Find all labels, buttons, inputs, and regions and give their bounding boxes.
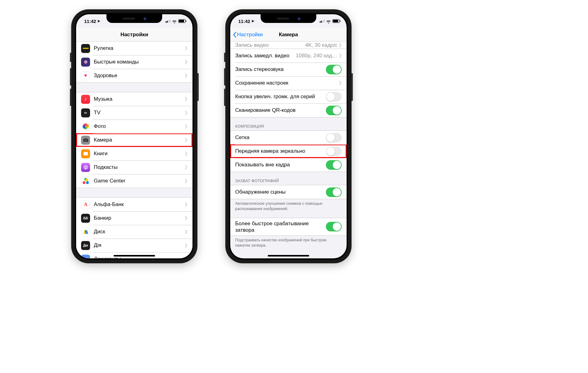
- back-button[interactable]: Настройки: [233, 28, 263, 41]
- chevron-right-icon: [185, 216, 188, 220]
- row-gamecenter[interactable]: Game Center: [76, 174, 192, 188]
- section-footer-scene: Автоматическое улучшение снимков с помощ…: [230, 199, 347, 213]
- row-scene-detection[interactable]: Обнаружение сцены: [230, 185, 347, 199]
- chevron-right-icon: [185, 60, 188, 64]
- row-label: Диск: [94, 229, 185, 235]
- row-label: Сохранение настроек: [235, 80, 339, 86]
- nav-title: Камера: [279, 32, 298, 38]
- row-detail: 4K, 30 кадр/с: [305, 42, 337, 48]
- wifi-icon: [326, 20, 331, 23]
- chevron-right-icon: [185, 202, 188, 207]
- svg-rect-9: [85, 138, 87, 139]
- toggle-stereo[interactable]: [326, 65, 342, 74]
- chevron-right-icon: [185, 73, 188, 78]
- row-detail: 1080p, 240 кад…: [296, 53, 337, 59]
- chevron-right-icon: [339, 43, 342, 47]
- health-icon: ♥: [81, 71, 90, 80]
- ruler-icon: [81, 44, 90, 53]
- shortcuts-icon: [81, 58, 90, 67]
- row-podcasts[interactable]: Подкасты: [76, 160, 192, 174]
- bankir-icon: ББ: [81, 214, 90, 223]
- location-icon: ➤: [251, 19, 254, 23]
- home-indicator: [114, 255, 155, 257]
- row-label: TV: [94, 110, 185, 116]
- row-label: Фото: [94, 123, 185, 129]
- drive-icon: [81, 227, 90, 236]
- row-books[interactable]: Книги: [76, 147, 192, 160]
- music-icon: ♪: [81, 95, 90, 104]
- svg-rect-15: [84, 257, 88, 258]
- row-label: Дія: [94, 242, 185, 248]
- row-camera[interactable]: Камера: [76, 133, 192, 147]
- row-photos[interactable]: Фото: [76, 120, 192, 133]
- settings-list[interactable]: Рулетка Быстрые команды ♥ Здоровье: [76, 42, 192, 258]
- toggle-faster-shutter[interactable]: [326, 222, 342, 231]
- podcasts-icon: [81, 163, 90, 172]
- toggle-mirror-front[interactable]: [326, 147, 342, 156]
- toggle-outside-frame[interactable]: [326, 160, 342, 170]
- row-bankir[interactable]: ББ Банкир: [76, 211, 192, 225]
- row-volume-burst[interactable]: Кнопка увелич. громк. для серий: [230, 90, 347, 103]
- row-preserve-settings[interactable]: Сохранение настроек: [230, 76, 347, 90]
- books-icon: [81, 149, 90, 158]
- section-header-capture: Захват фотографий: [230, 172, 347, 185]
- row-label: Запись стереозвука: [235, 66, 326, 72]
- chevron-right-icon: [185, 230, 188, 234]
- notch: [106, 14, 162, 23]
- row-health[interactable]: ♥ Здоровье: [76, 69, 192, 82]
- row-label: Книги: [94, 151, 185, 157]
- chevron-right-icon: [185, 46, 188, 50]
- chevron-left-icon: [233, 32, 236, 38]
- row-label: Более быстрое срабатывание затвора: [235, 220, 326, 234]
- tv-icon: tv: [81, 108, 90, 117]
- camera-settings[interactable]: Запись видео 4K, 30 кадр/с Запись замедл…: [230, 42, 347, 258]
- toggle-qr[interactable]: [326, 106, 342, 115]
- row-qr[interactable]: Сканирование QR-кодов: [230, 103, 347, 117]
- signal-icon: [166, 20, 171, 23]
- toggle-volume-burst[interactable]: [326, 92, 342, 102]
- row-mirror-front[interactable]: Передняя камера зеркально: [230, 144, 347, 158]
- chevron-right-icon: [185, 243, 188, 248]
- row-record-video[interactable]: Запись видео 4K, 30 кадр/с: [230, 42, 347, 49]
- row-music[interactable]: ♪ Музыка: [76, 92, 192, 106]
- row-label: Подкасты: [94, 164, 185, 170]
- row-diia[interactable]: Дія Дія: [76, 239, 192, 252]
- row-alfabank[interactable]: A Альфа-Банк: [76, 198, 192, 211]
- row-label: Передняя камера зеркально: [235, 148, 326, 154]
- row-label: Обнаружение сцены: [235, 189, 326, 195]
- wifi-icon: [172, 20, 177, 23]
- row-faster-shutter[interactable]: Более быстрое срабатывание затвора: [230, 218, 347, 235]
- chevron-right-icon: [339, 54, 342, 58]
- chevron-right-icon: [185, 138, 188, 142]
- nav-title: Настройки: [120, 32, 148, 38]
- toggle-scene-detection[interactable]: [326, 187, 342, 197]
- location-icon: ➤: [97, 19, 100, 23]
- signal-icon: [320, 20, 325, 23]
- row-slomo[interactable]: Запись замедл. видео 1080p, 240 кад…: [230, 49, 347, 63]
- row-label: Камера: [94, 137, 185, 143]
- row-drive[interactable]: Диск: [76, 225, 192, 239]
- row-ruler[interactable]: Рулетка: [76, 42, 192, 55]
- toggle-grid[interactable]: [326, 133, 342, 143]
- row-tv[interactable]: tv TV: [76, 106, 192, 120]
- svg-point-11: [85, 140, 86, 141]
- row-stereo[interactable]: Запись стереозвука: [230, 63, 347, 76]
- camera-icon: [81, 136, 90, 145]
- chevron-right-icon: [185, 257, 188, 258]
- chevron-right-icon: [185, 179, 188, 183]
- status-time: 11:42: [238, 19, 250, 24]
- row-grid[interactable]: Сетка: [230, 131, 347, 144]
- row-label: Запись замедл. видео: [235, 53, 296, 59]
- row-label: Рулетка: [94, 45, 185, 51]
- row-label: Запись видео: [235, 42, 305, 48]
- battery-icon: [178, 19, 186, 23]
- row-label: Банкир: [94, 215, 185, 221]
- section-footer-shutter: Подстраивать качество изображений при бы…: [230, 236, 347, 249]
- docs-icon: [81, 255, 90, 259]
- nav-bar: Настройки: [76, 28, 192, 42]
- battery-icon: [332, 19, 340, 23]
- row-outside-frame[interactable]: Показывать вне кадра: [230, 158, 347, 172]
- chevron-right-icon: [185, 165, 188, 169]
- row-label: Быстрые команды: [94, 59, 185, 65]
- row-shortcuts[interactable]: Быстрые команды: [76, 55, 192, 69]
